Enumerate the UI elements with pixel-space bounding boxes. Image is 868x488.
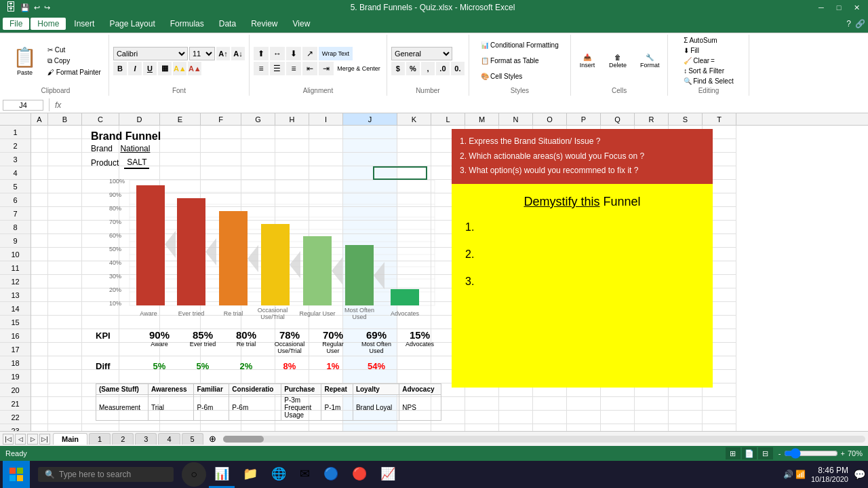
align-top-button[interactable]: ⬆ (254, 47, 269, 60)
minimize-button[interactable]: ─ (815, 1, 827, 14)
row-num-22[interactable]: 22 (0, 411, 31, 424)
taskbar-chrome-button[interactable]: 🔵 (318, 461, 344, 488)
sheet-tab-1[interactable]: 1 (89, 433, 111, 445)
align-center-button[interactable]: ☰ (270, 62, 285, 75)
conditional-formatting-button[interactable]: 📊 Conditional Formatting (477, 39, 563, 52)
sheet-tab-main[interactable]: Main (53, 433, 87, 445)
col-header-I[interactable]: I (309, 113, 343, 125)
row-num-19[interactable]: 19 (0, 370, 31, 383)
col-header-J[interactable]: J (343, 113, 397, 125)
delete-button[interactable]: 🗑 Delete (605, 51, 631, 71)
row-num-8[interactable]: 8 (0, 221, 31, 234)
bold-button[interactable]: B (113, 62, 127, 75)
sheet-nav-prev[interactable]: ◁ (15, 434, 26, 445)
fill-color-button[interactable]: A▲ (173, 62, 186, 75)
menu-view[interactable]: View (286, 18, 317, 30)
wrap-text-button[interactable]: Wrap Text (319, 47, 353, 60)
decrease-font-button[interactable]: A↓ (231, 47, 245, 60)
taskbar-excel2-button[interactable]: 📈 (375, 461, 401, 488)
cell-reference-box[interactable] (3, 100, 43, 111)
font-size-select[interactable]: 11 (189, 47, 215, 60)
taskbar-folder-button[interactable]: 📁 (237, 461, 263, 488)
menu-formulas[interactable]: Formulas (163, 18, 211, 30)
row-num-20[interactable]: 20 (0, 383, 31, 397)
row-num-14[interactable]: 14 (0, 302, 31, 316)
merge-center-button[interactable]: Merge & Center (335, 62, 382, 75)
paste-button[interactable]: 📋 Paste (7, 44, 43, 78)
taskbar-excel-button[interactable]: 📊 (209, 461, 235, 488)
taskbar-red-button[interactable]: 🔴 (347, 461, 372, 488)
row-num-1[interactable]: 1 (0, 126, 31, 139)
grid-area[interactable]: Brand Funnel Brand National Product SALT… (31, 126, 868, 431)
font-color-button[interactable]: A▲ (188, 62, 201, 75)
col-header-F[interactable]: F (201, 113, 241, 125)
col-header-M[interactable]: M (465, 113, 499, 125)
copy-button[interactable]: ⧉ Copy (44, 56, 104, 67)
menu-data[interactable]: Data (212, 18, 243, 30)
h-scrollbar[interactable] (223, 434, 865, 444)
sheet-tab-3[interactable]: 3 (135, 433, 157, 445)
row-num-12[interactable]: 12 (0, 275, 31, 288)
row-num-23[interactable]: 23 (0, 424, 31, 431)
zoom-out-icon[interactable]: - (778, 449, 781, 457)
row-num-9[interactable]: 9 (0, 234, 31, 248)
quick-access-undo[interactable]: ↩ (34, 3, 40, 12)
quick-access-save[interactable]: 💾 (20, 3, 30, 12)
row-num-4[interactable]: 4 (0, 166, 31, 180)
row-num-2[interactable]: 2 (0, 139, 31, 153)
menu-review[interactable]: Review (244, 18, 284, 30)
cell-styles-button[interactable]: 🎨 Cell Styles (477, 70, 526, 83)
search-bar[interactable]: 🔍 Type here to search (38, 467, 174, 482)
number-format-select[interactable]: General (391, 47, 452, 60)
col-header-K[interactable]: K (397, 113, 431, 125)
start-button[interactable] (3, 461, 30, 488)
align-middle-button[interactable]: ↔ (270, 47, 285, 60)
zoom-in-icon[interactable]: + (841, 449, 845, 457)
autosum-button[interactable]: Σ AutoSum (681, 36, 736, 45)
row-num-13[interactable]: 13 (0, 288, 31, 302)
fill-button[interactable]: ⬇ Fill (681, 46, 736, 55)
col-header-N[interactable]: N (499, 113, 533, 125)
col-header-O[interactable]: O (533, 113, 567, 125)
menu-page-layout[interactable]: Page Layout (102, 18, 161, 30)
sheet-nav-first[interactable]: |◁ (3, 434, 14, 445)
cortana-button[interactable]: ○ (182, 462, 206, 487)
notification-icon[interactable]: 💬 (854, 469, 865, 480)
insert-button[interactable]: 📥 Insert (575, 51, 599, 71)
find-select-button[interactable]: 🔍 Find & Select (681, 77, 736, 86)
row-num-15[interactable]: 15 (0, 316, 31, 329)
row-num-6[interactable]: 6 (0, 193, 31, 207)
increase-indent-button[interactable]: ⇥ (319, 62, 334, 75)
decrease-decimal-button[interactable]: 0. (451, 62, 465, 75)
share-icon[interactable]: 🔗 (855, 19, 865, 29)
menu-file[interactable]: File (3, 18, 29, 30)
menu-insert[interactable]: Insert (67, 18, 101, 30)
sheet-tab-5[interactable]: 5 (182, 433, 203, 445)
sheet-nav-last[interactable]: ▷| (39, 434, 50, 445)
sheet-nav-next[interactable]: ▷ (27, 434, 38, 445)
format-as-table-button[interactable]: 📋 Format as Table (477, 54, 543, 67)
underline-button[interactable]: U (143, 62, 157, 75)
format-button[interactable]: 🔧 Format (636, 51, 664, 71)
col-header-S[interactable]: S (669, 113, 703, 125)
row-num-3[interactable]: 3 (0, 153, 31, 166)
taskbar-mail-button[interactable]: ✉ (294, 461, 315, 488)
zoom-slider[interactable] (784, 448, 838, 459)
italic-button[interactable]: I (128, 62, 142, 75)
col-header-E[interactable]: E (160, 113, 201, 125)
row-num-7[interactable]: 7 (0, 207, 31, 221)
row-num-16[interactable]: 16 (0, 329, 31, 343)
align-right-button[interactable]: ≡ (286, 62, 301, 75)
normal-view-button[interactable]: ⊞ (726, 447, 741, 459)
col-header-D[interactable]: D (119, 113, 160, 125)
col-header-H[interactable]: H (275, 113, 309, 125)
increase-font-button[interactable]: A↑ (216, 47, 230, 60)
currency-button[interactable]: $ (391, 62, 405, 75)
col-header-G[interactable]: G (241, 113, 275, 125)
page-layout-view-button[interactable]: 📄 (742, 447, 757, 459)
font-family-select[interactable]: Calibri (113, 47, 188, 60)
cut-button[interactable]: ✂ Cut (44, 45, 104, 55)
border-button[interactable]: ▦ (158, 62, 172, 75)
col-header-P[interactable]: P (567, 113, 601, 125)
decrease-indent-button[interactable]: ⇤ (302, 62, 317, 75)
